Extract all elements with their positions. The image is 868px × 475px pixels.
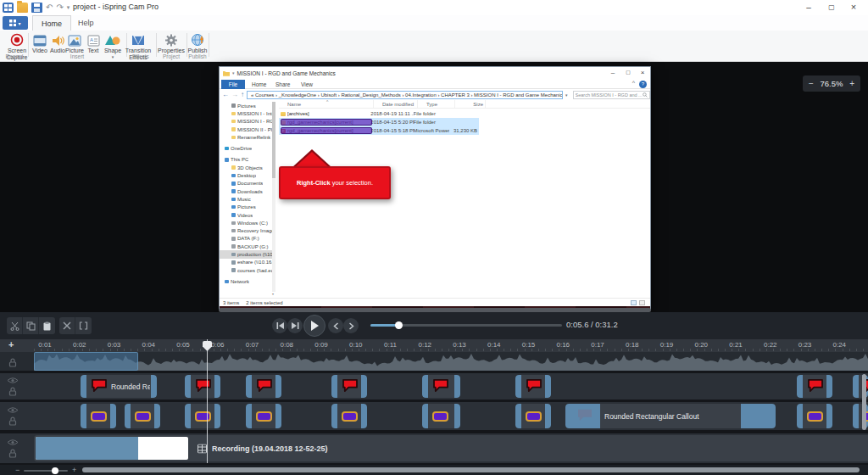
- playhead-line[interactable]: [207, 339, 208, 463]
- sidebar-item-downloads[interactable]: Downloads: [220, 187, 272, 195]
- audio-track-lock-icon[interactable]: [8, 358, 18, 367]
- clip-left-handle[interactable]: [797, 404, 803, 428]
- callout-clip[interactable]: [422, 375, 460, 398]
- sidebar-item-3d-objects[interactable]: 3D Objects: [220, 164, 272, 171]
- audio-selection[interactable]: [34, 352, 138, 371]
- step-forward-button[interactable]: [343, 318, 359, 333]
- timeline-vertical-scrollbar[interactable]: [862, 374, 866, 430]
- sidebar-item-pictures[interactable]: Pictures: [220, 102, 272, 109]
- close-button[interactable]: ×: [841, 0, 866, 15]
- sidebar-item-onedrive[interactable]: OneDrive: [220, 144, 272, 152]
- timeline-zoom-out-icon[interactable]: −: [15, 466, 19, 474]
- clip-right-handle[interactable]: [110, 404, 116, 428]
- file-row[interactable]: rgd_gamemechanics[current]2018-04-15 5:2…: [279, 118, 479, 126]
- clip-right-handle[interactable]: [151, 375, 157, 398]
- tab-home[interactable]: Home: [32, 15, 71, 31]
- clip-right-handle[interactable]: [454, 404, 460, 428]
- timeline-horizontal-scrollbar[interactable]: [82, 467, 860, 472]
- clip-right-handle[interactable]: [214, 375, 220, 398]
- file-row[interactable]: Prgd_gamemechanics[current]2018-04-15 5:…: [279, 126, 479, 135]
- highlight-clip[interactable]: [797, 404, 832, 428]
- clip-right-handle[interactable]: [361, 404, 367, 428]
- clip-left-handle[interactable]: [331, 404, 337, 428]
- clip-right-handle[interactable]: [545, 375, 551, 398]
- highlight-clip[interactable]: [185, 404, 220, 428]
- sidebar-item-pictures[interactable]: Pictures: [220, 204, 272, 211]
- save-icon[interactable]: [31, 3, 42, 13]
- clip-right-handle[interactable]: [741, 404, 776, 428]
- clip-left-handle[interactable]: [515, 404, 521, 428]
- callout-clip[interactable]: [246, 375, 281, 398]
- zoom-in-button[interactable]: +: [849, 79, 854, 88]
- sidebar-item-mission-i-rgd[interactable]: MISSION I - RGD: [220, 118, 272, 126]
- text-button[interactable]: A Text: [85, 32, 102, 54]
- sidebar-item-windows-c[interactable]: Windows (C:): [220, 219, 272, 226]
- sidebar-item-data-f[interactable]: DATA (F:): [220, 235, 272, 243]
- clip-right-handle[interactable]: [361, 375, 367, 398]
- clip-right-handle[interactable]: [275, 404, 281, 428]
- highlight-clip[interactable]: [125, 404, 160, 428]
- clip-left-handle[interactable]: [422, 375, 428, 398]
- cut-button[interactable]: [7, 317, 23, 334]
- timeline-zoom-knob[interactable]: [52, 467, 58, 474]
- clip-right-handle[interactable]: [154, 404, 160, 428]
- highlight-track-lock-icon[interactable]: [8, 416, 18, 426]
- clip-right-handle[interactable]: [826, 404, 832, 428]
- clip-left-handle[interactable]: [331, 375, 337, 398]
- audio-track[interactable]: [0, 352, 868, 371]
- clip-right-handle[interactable]: [275, 375, 281, 398]
- sidebar-item-production-10-10[interactable]: production (\\10.10...: [220, 250, 272, 258]
- highlight-clip[interactable]: Rounded Rectangular Callout: [565, 404, 776, 428]
- trim-button[interactable]: [75, 317, 92, 334]
- copy-button[interactable]: [23, 317, 39, 334]
- play-button[interactable]: [303, 315, 326, 337]
- clip-right-handle[interactable]: [545, 404, 551, 428]
- callout-clip[interactable]: [515, 375, 551, 398]
- seek-slider-knob[interactable]: [395, 321, 403, 329]
- clip-left-handle[interactable]: [81, 404, 86, 428]
- clip-left-handle[interactable]: [185, 404, 191, 428]
- redo-icon[interactable]: ↷: [56, 3, 63, 13]
- sidebar-item-courses-ad-ec[interactable]: courses (\\ad.ec...: [220, 266, 272, 274]
- picture-button[interactable]: Picture: [65, 32, 84, 54]
- highlight-clip[interactable]: [422, 404, 460, 428]
- timeline-zoom-slider[interactable]: [24, 470, 68, 472]
- recording-track-eye-icon[interactable]: [7, 439, 19, 446]
- sidebar-item-mission-i-intro[interactable]: MISSION I - Intro: [220, 109, 272, 117]
- step-back-button[interactable]: [328, 318, 343, 333]
- callout-clip[interactable]: [185, 375, 220, 398]
- sidebar-item-network[interactable]: Network: [220, 277, 272, 285]
- highlight-clip[interactable]: [81, 404, 116, 428]
- clip-right-handle[interactable]: [826, 375, 832, 398]
- clip-left-handle[interactable]: [853, 375, 859, 398]
- clip-left-handle[interactable]: [422, 404, 428, 428]
- quick-access-more-icon[interactable]: ▾: [67, 3, 70, 13]
- callout-clip[interactable]: [797, 375, 832, 398]
- sidebar-item-videos[interactable]: Videos: [220, 211, 272, 219]
- publish-button[interactable]: Publish: [186, 32, 209, 54]
- minimize-button[interactable]: –: [796, 0, 821, 15]
- clip-left-handle[interactable]: [246, 375, 252, 398]
- callout-clip[interactable]: [331, 375, 367, 398]
- video-button[interactable]: Video: [31, 32, 49, 54]
- clip-right-handle[interactable]: [454, 375, 460, 398]
- callout-clip[interactable]: Rounded Rectangular Callout: [81, 375, 157, 398]
- sidebar-item-desktop[interactable]: Desktop: [220, 171, 272, 179]
- clip-left-handle[interactable]: [185, 375, 191, 398]
- callout-track-lock-icon[interactable]: [8, 387, 18, 396]
- clip-left-handle[interactable]: [853, 404, 859, 428]
- file-row[interactable]: [archives]2018-04-19 11:11 ...File folde…: [279, 109, 479, 118]
- callout-track[interactable]: Rounded Rectangular Callout: [0, 373, 868, 400]
- callout-track-eye-icon[interactable]: [7, 377, 19, 384]
- recording-track-lock-icon[interactable]: [8, 449, 18, 458]
- previous-frame-button[interactable]: [272, 318, 287, 333]
- clip-left-handle[interactable]: [797, 375, 803, 398]
- sidebar-item-music[interactable]: Music: [220, 195, 272, 203]
- clip-left-handle[interactable]: [246, 404, 252, 428]
- highlight-track[interactable]: Rounded Rectangular Callout: [0, 402, 868, 430]
- sidebar-item-mission-ii-play[interactable]: MISSION II - Play: [220, 126, 272, 133]
- zoom-out-button[interactable]: −: [809, 79, 814, 88]
- recording-track[interactable]: Recording (19.04.2018 12-52-25): [0, 433, 868, 463]
- open-project-icon[interactable]: [17, 3, 28, 13]
- paste-button[interactable]: [39, 317, 55, 334]
